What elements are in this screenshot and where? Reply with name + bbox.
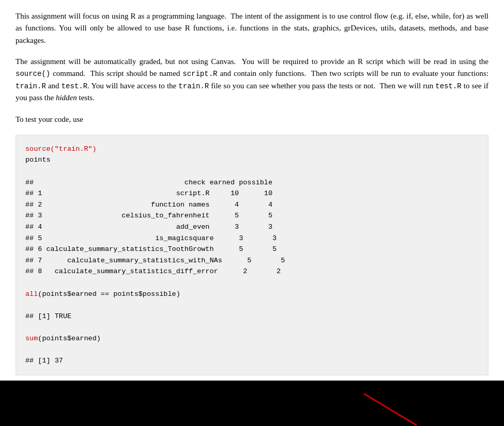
hidden-text: hidden	[56, 93, 77, 102]
script-r-name: script.R	[182, 70, 217, 78]
table-row-2: ## 2 function names 4 4	[25, 199, 479, 211]
test-r-ref1: test.R	[62, 82, 87, 90]
svg-line-0	[364, 394, 416, 425]
all-line: all(points$earned == points$possible)	[25, 289, 479, 300]
table-row-8: ## 8 calculate_summary_statistics_diff_e…	[25, 266, 479, 277]
source-keyword: source	[25, 145, 51, 153]
code-block-source: source("train.R") points ## check earned…	[16, 135, 488, 375]
all-keyword: all	[25, 290, 38, 298]
black-bar	[0, 381, 504, 426]
source-command: source()	[16, 70, 50, 78]
source-line: source("train.R")	[25, 144, 479, 155]
table-header: ## check earned possible	[25, 177, 479, 188]
test-r-ref2: test.R	[435, 82, 461, 90]
paragraph-3: To test your code, use	[16, 114, 488, 125]
true-result: ## [1] TRUE	[25, 311, 479, 322]
source-string: ("train.R")	[51, 145, 97, 153]
table-row-7: ## 7 calculate_summary_statistics_with_N…	[25, 255, 479, 266]
sum-result: ## [1] 37	[25, 355, 479, 367]
paragraph-1: This assignment will focus on using R as…	[16, 10, 488, 46]
table-row-5: ## 5 is_magicsquare 3 3	[25, 233, 479, 244]
table-row-1: ## 1 script.R 10 10	[25, 188, 479, 199]
train-r-ref2: train.R	[178, 82, 209, 90]
train-r-ref1: train.R	[16, 82, 46, 90]
red-arrow	[359, 389, 421, 426]
sum-line: sum(points$earned)	[25, 333, 479, 344]
points-line: points	[25, 154, 479, 166]
table-row-6: ## 6 calculate_summary_statistics_ToothG…	[25, 244, 479, 255]
table-row-4: ## 4 add_even 3 3	[25, 222, 479, 233]
table-row-3: ## 3 celsius_to_fahrenheit 5 5	[25, 210, 479, 222]
main-content: This assignment will focus on using R as…	[0, 0, 504, 375]
sum-keyword: sum	[25, 335, 38, 342]
paragraph-2: The assignment will be automatically gra…	[16, 56, 488, 104]
